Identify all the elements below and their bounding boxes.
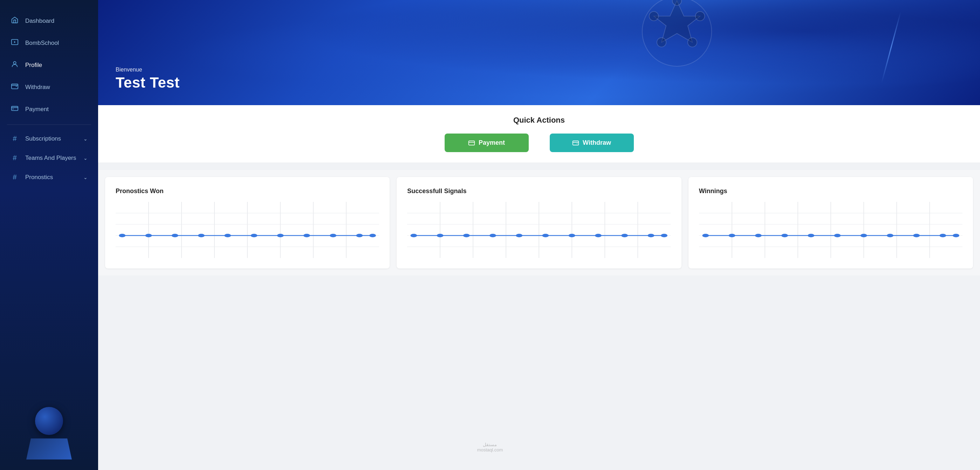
hero-welcome: Bienvenue Test Test [116, 67, 963, 91]
wallet-icon [11, 82, 19, 92]
svg-point-9 [695, 11, 705, 21]
svg-point-10 [688, 38, 697, 47]
sidebar-item-label-teams: Teams And Players [25, 155, 76, 162]
svg-point-32 [277, 234, 284, 237]
svg-point-26 [119, 234, 126, 237]
chart-successfull-signals [407, 202, 671, 258]
svg-point-73 [781, 234, 788, 237]
sidebar-item-withdraw[interactable]: Withdraw [0, 77, 98, 97]
sidebar-nav: Dashboard BombSchool Profile [0, 7, 98, 190]
hero-banner: Bienvenue Test Test [98, 0, 980, 105]
svg-point-74 [808, 234, 814, 237]
chart-svg-pronostics-won [116, 202, 379, 258]
sidebar-item-label-profile: Profile [25, 62, 42, 69]
svg-point-28 [172, 234, 178, 237]
svg-rect-3 [11, 84, 18, 89]
svg-point-49 [437, 234, 444, 237]
soccer-ball-decoration [638, 0, 716, 70]
svg-point-30 [224, 234, 231, 237]
svg-point-72 [755, 234, 762, 237]
svg-point-79 [939, 234, 946, 237]
withdraw-button-label: Withdraw [583, 139, 611, 147]
svg-point-53 [542, 234, 549, 237]
stat-card-pronostics-won: Pronostics Won [105, 177, 390, 268]
withdraw-button-icon [572, 140, 579, 147]
svg-point-36 [369, 234, 376, 237]
svg-point-75 [834, 234, 840, 237]
main-content: Bienvenue Test Test Quick Actions Paymen… [98, 0, 980, 470]
svg-point-12 [649, 11, 659, 21]
svg-point-27 [145, 234, 152, 237]
svg-point-11 [657, 38, 666, 47]
svg-point-76 [860, 234, 867, 237]
sidebar: Dashboard BombSchool Profile [0, 0, 98, 470]
home-icon [11, 16, 19, 25]
stat-title-successfull-signals: Successfull Signals [407, 188, 671, 195]
svg-point-50 [463, 234, 470, 237]
hash-icon-subscriptions: # [11, 135, 19, 143]
svg-marker-1 [14, 41, 16, 43]
sidebar-item-subscriptions[interactable]: # Subscriptions ⌄ [0, 130, 98, 148]
withdraw-button[interactable]: Withdraw [550, 134, 634, 152]
sidebar-item-label-withdraw: Withdraw [25, 84, 50, 91]
payment-button[interactable]: Payment [445, 134, 529, 152]
chart-svg-successfull-signals [407, 202, 671, 258]
chart-svg-winnings [699, 202, 963, 258]
svg-point-2 [13, 62, 16, 64]
hero-subtitle: Bienvenue [116, 67, 963, 73]
chart-winnings [699, 202, 963, 258]
stat-title-pronostics-won: Pronostics Won [116, 188, 379, 195]
svg-point-77 [887, 234, 894, 237]
hash-icon-pronostics: # [11, 173, 19, 181]
svg-point-34 [330, 234, 336, 237]
svg-point-58 [661, 234, 667, 237]
sidebar-item-label-subscriptions: Subscriptions [25, 135, 61, 142]
stat-card-successfull-signals: Successfull Signals [397, 177, 681, 268]
quick-actions-card: Quick Actions Payment Withdraw [98, 105, 980, 163]
hero-title: Test Test [116, 74, 963, 91]
hash-icon-teams: # [11, 154, 19, 162]
svg-rect-4 [11, 107, 18, 111]
sidebar-item-pronostics[interactable]: # Pronostics ⌄ [0, 168, 98, 186]
decor-pedestal [26, 438, 72, 459]
sidebar-item-label-dashboard: Dashboard [25, 18, 54, 24]
chevron-icon-pronostics: ⌄ [83, 175, 88, 180]
svg-point-51 [490, 234, 496, 237]
stats-section: Pronostics Won [98, 170, 980, 276]
sidebar-item-payment[interactable]: Payment [0, 99, 98, 119]
payment-icon [11, 104, 19, 114]
svg-point-35 [356, 234, 363, 237]
sidebar-item-label-payment: Payment [25, 106, 49, 113]
chevron-icon-subscriptions: ⌄ [83, 136, 88, 142]
sidebar-item-label-bombschool: BombSchool [25, 40, 59, 46]
decor-sphere [35, 407, 63, 435]
sidebar-item-dashboard[interactable]: Dashboard [0, 11, 98, 31]
svg-point-78 [913, 234, 920, 237]
svg-point-29 [198, 234, 205, 237]
svg-point-56 [622, 234, 628, 237]
payment-button-icon [468, 140, 475, 147]
svg-point-48 [410, 234, 417, 237]
svg-rect-13 [469, 141, 475, 145]
video-icon [11, 38, 19, 48]
sidebar-divider [7, 124, 91, 125]
chevron-icon-teams: ⌄ [83, 155, 88, 161]
quick-actions-buttons: Payment Withdraw [116, 134, 963, 152]
svg-point-70 [702, 234, 709, 237]
svg-point-80 [953, 234, 959, 237]
sidebar-item-label-pronostics: Pronostics [25, 174, 53, 181]
svg-point-57 [648, 234, 654, 237]
svg-point-31 [251, 234, 258, 237]
svg-point-55 [595, 234, 601, 237]
svg-point-71 [729, 234, 735, 237]
svg-point-33 [304, 234, 310, 237]
svg-point-54 [569, 234, 575, 237]
sidebar-item-bombschool[interactable]: BombSchool [0, 33, 98, 53]
stat-title-winnings: Winnings [699, 188, 963, 195]
sidebar-item-profile[interactable]: Profile [0, 55, 98, 75]
sidebar-item-teams-and-players[interactable]: # Teams And Players ⌄ [0, 149, 98, 167]
decoration-figure [21, 400, 77, 463]
quick-actions-title: Quick Actions [116, 116, 963, 125]
stat-card-winnings: Winnings [689, 177, 973, 268]
payment-button-label: Payment [479, 139, 505, 147]
